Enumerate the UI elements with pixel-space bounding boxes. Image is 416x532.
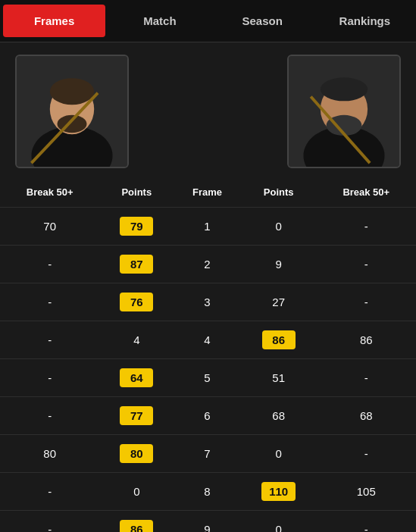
table-row: -448686 — [0, 321, 416, 359]
header-frame: Frame — [174, 180, 241, 208]
header-break50-left: Break 50+ — [0, 180, 99, 208]
svg-point-3 — [50, 78, 94, 105]
points-right-cell: 9 — [241, 246, 317, 283]
frame-number-cell: 8 — [174, 473, 241, 511]
table-row: 707910- — [0, 208, 416, 246]
points-right-cell: 0 — [241, 511, 317, 533]
table-row: -7766868 — [0, 397, 416, 435]
break50-right-cell: - — [317, 359, 416, 397]
frame-number-cell: 1 — [174, 208, 241, 246]
points-left-cell: 76 — [99, 283, 174, 321]
break50-left-cell: 80 — [0, 435, 99, 473]
break50-left-cell: - — [0, 473, 99, 511]
table-header-row: Break 50+ Points Frame Points Break 50+ — [0, 180, 416, 208]
break50-left-cell: - — [0, 246, 99, 283]
points-left-cell: 0 — [99, 473, 174, 511]
break50-right-cell: - — [317, 246, 416, 283]
header-points-right: Points — [241, 180, 317, 208]
header-break50-right: Break 50+ — [317, 180, 416, 208]
header-points-left: Points — [99, 180, 174, 208]
points-right-cell: 51 — [241, 359, 317, 397]
points-left-cell: 79 — [99, 208, 174, 246]
break50-right-cell: - — [317, 283, 416, 321]
break50-right-cell: - — [317, 435, 416, 473]
points-left-cell: 64 — [99, 359, 174, 397]
points-right-cell: 68 — [241, 397, 317, 435]
frame-number-cell: 9 — [174, 511, 241, 533]
break50-left-cell: 70 — [0, 208, 99, 246]
frame-number-cell: 2 — [174, 246, 241, 283]
tab-season[interactable]: Season — [211, 0, 314, 42]
points-right-cell: 86 — [241, 321, 317, 359]
frame-number-cell: 7 — [174, 435, 241, 473]
break50-right-cell: - — [317, 208, 416, 246]
table-row: -8729- — [0, 246, 416, 283]
frame-number-cell: 4 — [174, 321, 241, 359]
stats-table: Break 50+ Points Frame Points Break 50+ … — [0, 180, 416, 532]
table-row: -8690- — [0, 511, 416, 533]
tab-match[interactable]: Match — [108, 0, 211, 42]
tab-bar: Frames Match Season Rankings — [0, 0, 416, 42]
points-right-cell: 0 — [241, 208, 317, 246]
break50-left-cell: - — [0, 283, 99, 321]
break50-left-cell: - — [0, 321, 99, 359]
table-row: -76327- — [0, 283, 416, 321]
break50-right-cell: 105 — [317, 473, 416, 511]
frame-number-cell: 5 — [174, 359, 241, 397]
tab-frames[interactable]: Frames — [3, 5, 105, 37]
player-right-portrait — [287, 55, 401, 168]
points-left-cell: 86 — [99, 511, 174, 533]
frame-number-cell: 6 — [174, 397, 241, 435]
points-left-cell: 87 — [99, 246, 174, 283]
points-right-cell: 110 — [241, 473, 317, 511]
break50-left-cell: - — [0, 397, 99, 435]
table-row: 808070- — [0, 435, 416, 473]
points-left-cell: 4 — [99, 321, 174, 359]
points-left-cell: 77 — [99, 397, 174, 435]
player-left-portrait — [15, 55, 129, 168]
break50-right-cell: 86 — [317, 321, 416, 359]
players-row — [0, 42, 416, 174]
points-right-cell: 27 — [241, 283, 317, 321]
frame-number-cell: 3 — [174, 283, 241, 321]
tab-rankings[interactable]: Rankings — [314, 0, 416, 42]
table-row: -08110105 — [0, 473, 416, 511]
break50-left-cell: - — [0, 359, 99, 397]
break50-right-cell: - — [317, 511, 416, 533]
break50-right-cell: 68 — [317, 397, 416, 435]
break50-left-cell: - — [0, 511, 99, 533]
points-left-cell: 80 — [99, 435, 174, 473]
table-row: -64551- — [0, 359, 416, 397]
points-right-cell: 0 — [241, 435, 317, 473]
svg-point-9 — [321, 77, 368, 101]
